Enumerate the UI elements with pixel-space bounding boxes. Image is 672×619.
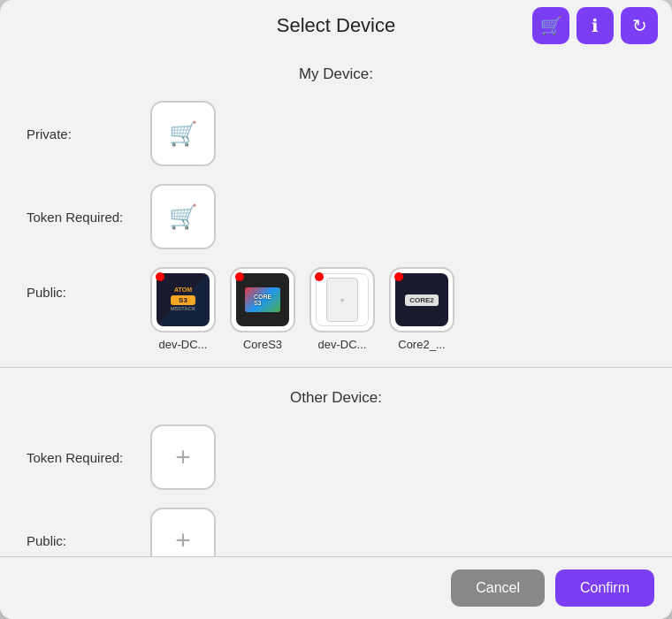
cores3-screen: CORES3 — [245, 287, 280, 312]
device-card-core2[interactable]: CORE2 Core2_... — [389, 267, 454, 351]
dialog-footer: Cancel Confirm — [0, 556, 672, 619]
status-dot-dev-dc2 — [315, 272, 324, 281]
status-dot-core2 — [394, 272, 403, 281]
plus-icon-public: + — [175, 525, 191, 555]
dialog-header: Select Device 🛒 ℹ ↻ — [0, 0, 672, 51]
plus-icon-token: + — [175, 442, 191, 472]
public-my-row: Public: ATOM S3 M5STACK — [0, 258, 672, 360]
device-card-dev-dc1[interactable]: ATOM S3 M5STACK dev-DC... — [150, 267, 216, 351]
public-devices-list: ATOM S3 M5STACK dev-DC... — [150, 267, 454, 351]
device-card-img-core2: CORE2 — [389, 267, 454, 332]
confirm-button[interactable]: Confirm — [555, 569, 654, 607]
dialog-title: Select Device — [277, 14, 396, 37]
public-my-label: Public: — [27, 267, 133, 300]
token-required-my-row: Token Required: 🛒 — [0, 175, 672, 258]
token-required-my-label: Token Required: — [27, 210, 133, 225]
select-device-dialog: Select Device 🛒 ℹ ↻ My Device: Private: … — [0, 0, 672, 619]
cart-header-button[interactable]: 🛒 — [532, 7, 569, 44]
status-dot-dev-dc1 — [156, 272, 164, 281]
device-label-cores3: CoreS3 — [243, 338, 282, 351]
public-other-slot[interactable]: + — [150, 508, 216, 556]
device-card-dev-dc2[interactable]: ≡ dev-DC... — [309, 267, 375, 351]
cores3-icon: CORES3 — [236, 273, 289, 326]
private-device-slot[interactable]: 🛒 — [150, 101, 216, 166]
device-card-cores3[interactable]: CORES3 CoreS3 — [230, 267, 295, 351]
token-required-other-label: Token Required: — [27, 450, 133, 465]
device-label-core2: Core2_... — [398, 338, 445, 351]
dev-dc-icon: ≡ — [316, 273, 369, 326]
section-divider — [0, 367, 672, 368]
cancel-button[interactable]: Cancel — [451, 569, 545, 607]
token-required-other-slot[interactable]: + — [150, 424, 216, 490]
token-required-other-row: Token Required: + — [0, 416, 672, 499]
device-card-img-dev-dc1: ATOM S3 M5STACK — [150, 267, 216, 332]
atom-s3-icon: ATOM S3 M5STACK — [157, 273, 210, 326]
header-buttons: 🛒 ℹ ↻ — [532, 7, 658, 44]
public-other-label: Public: — [27, 533, 133, 548]
core2-icon: CORE2 — [395, 273, 448, 326]
public-other-row: Public: + — [0, 499, 672, 556]
my-device-section: My Device: Private: 🛒 Token Required: 🛒 … — [0, 51, 672, 360]
dialog-content: My Device: Private: 🛒 Token Required: 🛒 … — [0, 51, 672, 556]
status-dot-cores3 — [235, 272, 244, 281]
private-label: Private: — [27, 126, 133, 141]
device-label-dev-dc1: dev-DC... — [159, 338, 208, 351]
dev-dc-inner: ≡ — [326, 278, 358, 322]
device-card-img-cores3: CORES3 — [230, 267, 295, 332]
cart-icon: 🛒 — [169, 120, 197, 148]
other-device-section: Other Device: Token Required: + Public: … — [0, 375, 672, 556]
private-row: Private: 🛒 — [0, 92, 672, 175]
cart-icon-2: 🛒 — [169, 203, 197, 231]
refresh-header-button[interactable]: ↻ — [621, 7, 658, 44]
device-card-img-dev-dc2: ≡ — [309, 267, 375, 332]
info-header-button[interactable]: ℹ — [577, 7, 614, 44]
token-required-my-slot[interactable]: 🛒 — [150, 184, 216, 249]
device-label-dev-dc2: dev-DC... — [318, 338, 367, 351]
core2-badge: CORE2 — [405, 294, 439, 306]
other-device-title: Other Device: — [0, 375, 672, 416]
my-device-title: My Device: — [0, 51, 672, 92]
